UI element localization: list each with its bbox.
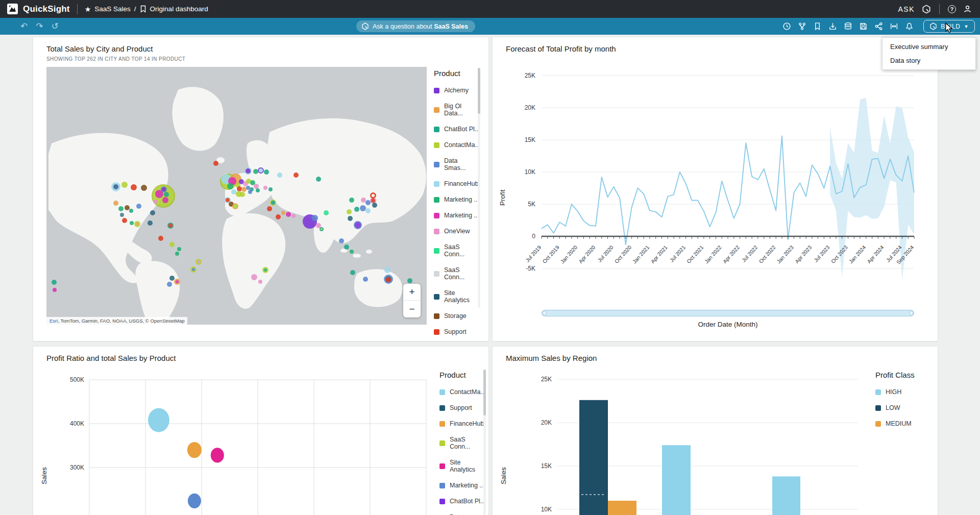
- legend-item[interactable]: SaaS Conn...: [434, 243, 480, 258]
- map-bubble[interactable]: [134, 221, 140, 227]
- map-bubble[interactable]: [258, 280, 262, 284]
- quicksight-logo[interactable]: [7, 4, 18, 14]
- map-bubble[interactable]: [291, 214, 296, 218]
- legend-item[interactable]: OneView: [434, 228, 480, 235]
- map-bubble[interactable]: [407, 278, 412, 283]
- map-bubble[interactable]: [136, 204, 141, 209]
- map-bubble[interactable]: [244, 167, 252, 175]
- panel-profit-ratio-scatter[interactable]: Profit Ratio and total Sales by Product …: [33, 346, 489, 515]
- legend-item[interactable]: SaaS Conn...: [434, 266, 480, 281]
- legend-item[interactable]: HIGH: [875, 388, 924, 396]
- legend-scrollbar[interactable]: [483, 370, 486, 515]
- map-bubble[interactable]: [350, 250, 354, 254]
- map-bubble[interactable]: [324, 210, 329, 215]
- map-bubble[interactable]: [167, 282, 172, 287]
- panel-maximum-sales-bars[interactable]: Maximum Sales by Region Sales 25K20K15K1…: [492, 346, 938, 515]
- map-bubble[interactable]: [122, 218, 127, 223]
- fit-width-icon[interactable]: [890, 22, 898, 31]
- redo-icon[interactable]: ↷: [36, 22, 43, 31]
- dataset-icon[interactable]: [844, 22, 852, 31]
- legend-scrollbar[interactable]: [478, 68, 480, 308]
- q-icon[interactable]: [922, 5, 931, 14]
- legend-item[interactable]: Alchemy: [434, 87, 480, 94]
- legend-item[interactable]: SaaS Conn...: [439, 436, 486, 450]
- legend-item[interactable]: Marketing ...: [439, 482, 486, 489]
- map-bubble[interactable]: [344, 244, 349, 250]
- map-bubble[interactable]: [232, 203, 238, 209]
- map-bubble[interactable]: [111, 182, 120, 191]
- map-bubble[interactable]: [276, 214, 281, 219]
- map-bubble[interactable]: [268, 187, 273, 191]
- map-bubble[interactable]: [113, 201, 118, 206]
- map-bubble[interactable]: [175, 252, 179, 256]
- legend-item[interactable]: Site Analytics: [439, 459, 486, 473]
- map-bubble[interactable]: [174, 279, 180, 285]
- map-bubble[interactable]: [347, 209, 352, 214]
- map-bubble[interactable]: [370, 192, 376, 199]
- map-bubble[interactable]: [372, 203, 377, 208]
- star-icon[interactable]: ★: [85, 5, 91, 13]
- ask-label[interactable]: ASK: [898, 5, 915, 13]
- legend-item[interactable]: Support: [434, 328, 480, 335]
- legend-item[interactable]: ContactMa...: [434, 141, 480, 149]
- map-bubble[interactable]: [162, 197, 168, 203]
- map-bubble[interactable]: [141, 185, 147, 191]
- schedule-icon[interactable]: [782, 22, 791, 31]
- map-bubble[interactable]: [316, 177, 321, 182]
- legend-item[interactable]: Storage: [434, 312, 480, 320]
- map-bubble[interactable]: [312, 215, 318, 221]
- breadcrumb-dataset[interactable]: SaaS Sales: [94, 5, 131, 13]
- build-button[interactable]: BUILD ▼: [923, 20, 975, 33]
- map-bubble[interactable]: [365, 208, 371, 213]
- map-bubble[interactable]: [258, 167, 264, 174]
- map-bubble[interactable]: [227, 183, 233, 189]
- map-bubble[interactable]: [339, 238, 344, 243]
- save-icon[interactable]: [859, 22, 868, 31]
- map-bubble[interactable]: [384, 267, 390, 273]
- map-bubble[interactable]: [360, 205, 366, 211]
- legend-item[interactable]: Marketing ...: [434, 196, 480, 203]
- map-bubble[interactable]: [281, 211, 285, 215]
- legend-item[interactable]: MEDIUM: [875, 420, 924, 427]
- map-bubble[interactable]: [264, 169, 269, 175]
- forecast-date-slider[interactable]: [542, 310, 914, 316]
- menu-item-data-story[interactable]: Data story: [883, 54, 975, 67]
- slider-handle-right[interactable]: [910, 311, 913, 315]
- bookmark-icon[interactable]: [813, 22, 822, 31]
- alerts-icon[interactable]: [905, 22, 914, 31]
- legend-item[interactable]: ChatBot Pl...: [439, 498, 486, 505]
- map-bubble[interactable]: [195, 259, 202, 265]
- user-icon[interactable]: [963, 5, 972, 13]
- map-bubble[interactable]: [158, 236, 163, 241]
- map-bubble[interactable]: [386, 277, 391, 282]
- panel-total-sales-map[interactable]: Total Sales by City and Product SHOWING …: [33, 37, 489, 341]
- legend-item[interactable]: Marketing ...: [434, 212, 480, 219]
- world-map[interactable]: Esri, TomTom, Garmin, FAO, NOAA, USGS, ©…: [46, 67, 427, 325]
- map-bubble[interactable]: [130, 221, 134, 225]
- map-bubble[interactable]: [167, 223, 174, 229]
- zoom-in-button[interactable]: +: [403, 284, 421, 301]
- map-bubble[interactable]: [169, 242, 175, 247]
- map-bubble[interactable]: [354, 221, 362, 229]
- map-bubble[interactable]: [121, 182, 128, 188]
- map-bubble[interactable]: [363, 277, 368, 282]
- map-bubble[interactable]: [251, 274, 257, 280]
- menu-item-executive-summary[interactable]: Executive summary: [883, 40, 975, 54]
- map-bubble[interactable]: [177, 247, 181, 251]
- map-bubble[interactable]: [154, 200, 158, 204]
- legend-item[interactable]: FinanceHub: [434, 180, 480, 187]
- map-bubble[interactable]: [248, 190, 252, 194]
- legend-item[interactable]: ChatBot Pl...: [434, 126, 480, 133]
- map-bubble[interactable]: [190, 266, 197, 273]
- ask-question-pill[interactable]: Ask a question about SaaS Sales: [356, 20, 475, 32]
- share-icon[interactable]: [874, 22, 883, 31]
- breadcrumb-dashboard[interactable]: Original dashboard: [150, 5, 208, 13]
- map-bubble[interactable]: [270, 200, 276, 206]
- legend-item[interactable]: Data Smas...: [434, 157, 480, 171]
- map-bubble[interactable]: [256, 188, 260, 192]
- map-bubble[interactable]: [293, 173, 299, 178]
- map-bubble[interactable]: [120, 213, 124, 217]
- legend-item[interactable]: Site Analytics: [434, 289, 480, 304]
- map-bubble[interactable]: [277, 173, 282, 178]
- map-bubble[interactable]: [129, 209, 133, 213]
